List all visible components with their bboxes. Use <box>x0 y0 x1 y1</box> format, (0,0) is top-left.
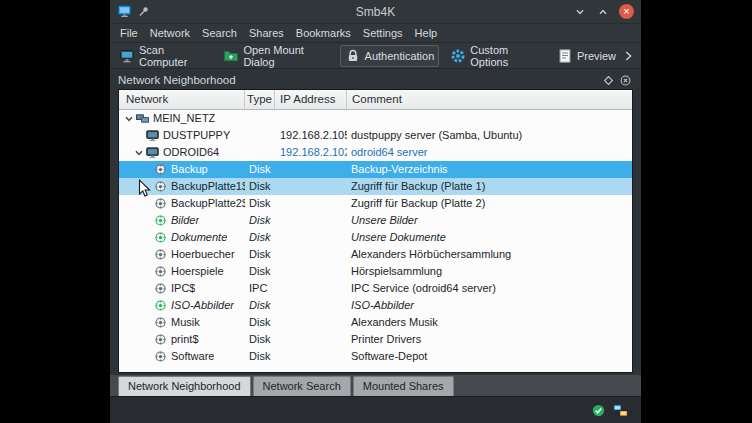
row-comment: Backup-Verzeichnis <box>347 161 632 178</box>
row-type: Disk <box>245 263 275 280</box>
table-row-mein-netz[interactable]: MEIN_NETZ <box>119 110 632 127</box>
scan-computer-label: Scan Computer <box>139 44 207 68</box>
share-icon <box>153 282 168 295</box>
share-icon <box>153 163 168 176</box>
table-row-print[interactable]: print$DiskPrinter Drivers <box>119 331 632 348</box>
row-ip <box>275 195 347 212</box>
scan-computer-button[interactable]: Scan Computer <box>114 41 212 71</box>
menu-search[interactable]: Search <box>196 27 243 39</box>
tab-mounted-shares[interactable]: Mounted Shares <box>353 376 454 396</box>
table-row-backup[interactable]: BackupDiskBackup-Verzeichnis <box>119 161 632 178</box>
maximize-button[interactable] <box>596 5 610 19</box>
row-ip <box>275 280 347 297</box>
row-type: Disk <box>245 212 275 229</box>
mounted-shares-indicator-icon <box>591 403 606 418</box>
share-icon <box>153 248 168 261</box>
row-type <box>245 127 275 144</box>
table-row-dokumente[interactable]: DokumenteDiskUnsere Dokumente <box>119 229 632 246</box>
menu-settings[interactable]: Settings <box>357 27 409 39</box>
pin-icon[interactable] <box>137 5 150 18</box>
table-row-ipc[interactable]: IPC$IPCIPC Service (odroid64 server) <box>119 280 632 297</box>
row-ip <box>275 178 347 195</box>
app-icon[interactable] <box>117 4 132 19</box>
table-row-odroid64[interactable]: ODROID64192.168.2.102odroid64 server <box>119 144 632 161</box>
share-icon <box>153 265 168 278</box>
network-browser: NetworkTypeIP AddressComment MEIN_NETZDU… <box>118 89 633 373</box>
row-ip <box>275 212 347 229</box>
lock-icon <box>345 48 361 64</box>
row-type: Disk <box>245 246 275 263</box>
dock-header: Network Neighborhood <box>118 71 633 89</box>
statusbar <box>110 396 641 423</box>
table-body: MEIN_NETZDUSTPUPPY192.168.2.105dustpuppy… <box>119 110 632 372</box>
row-name: Dokumente <box>171 229 227 246</box>
row-type <box>245 110 275 127</box>
mouse-cursor <box>138 179 152 199</box>
share-mounted-icon <box>153 231 168 244</box>
expander-icon[interactable] <box>133 148 145 158</box>
row-ip: 192.168.2.102 <box>275 144 347 161</box>
row-comment: Alexanders Musik <box>347 314 632 331</box>
column-header-network[interactable]: Network <box>119 90 245 109</box>
menu-file[interactable]: File <box>114 27 144 39</box>
row-name: print$ <box>171 331 199 348</box>
row-ip <box>275 263 347 280</box>
tab-network-search[interactable]: Network Search <box>253 376 351 396</box>
table-row-software[interactable]: SoftwareDiskSoftware-Depot <box>119 348 632 365</box>
menu-bookmarks[interactable]: Bookmarks <box>290 27 357 39</box>
table-row-dustpuppy[interactable]: DUSTPUPPY192.168.2.105dustpuppy server (… <box>119 127 632 144</box>
row-name: Hoerbuecher <box>171 246 235 263</box>
expander-icon[interactable] <box>123 114 135 124</box>
row-type: Disk <box>245 161 275 178</box>
row-comment: Zugriff für Backup (Platte 1) <box>347 178 632 195</box>
share-icon <box>153 180 168 193</box>
row-type: IPC <box>245 280 275 297</box>
custom-options-label: Custom Options <box>470 44 541 68</box>
row-comment: Zugriff für Backup (Platte 2) <box>347 195 632 212</box>
preview-label: Preview <box>577 50 616 62</box>
row-ip <box>275 348 347 365</box>
row-type: Disk <box>245 178 275 195</box>
dock-close-icon[interactable] <box>620 75 631 86</box>
open-mount-dialog-button[interactable]: Open Mount Dialog <box>218 41 333 71</box>
titlebar[interactable]: Smb4K × <box>110 0 641 24</box>
share-icon <box>153 350 168 363</box>
row-type: Disk <box>245 331 275 348</box>
table-row-hoerspiele[interactable]: HoerspieleDiskHörspielsammlung <box>119 263 632 280</box>
row-comment: Printer Drivers <box>347 331 632 348</box>
row-comment: dustpuppy server (Samba, Ubuntu) <box>347 127 632 144</box>
preview-button[interactable]: Preview <box>552 45 621 67</box>
gear-icon <box>450 48 466 64</box>
authentication-button[interactable]: Authentication <box>340 45 440 67</box>
row-ip <box>275 229 347 246</box>
row-ip <box>275 161 347 178</box>
menu-network[interactable]: Network <box>144 27 196 39</box>
column-header-comment[interactable]: Comment <box>347 90 632 109</box>
table-row-bilder[interactable]: BilderDiskUnsere Bilder <box>119 212 632 229</box>
row-type: Disk <box>245 348 275 365</box>
mount-icon <box>223 48 239 64</box>
workgroup-icon <box>135 111 150 126</box>
table-row-hoerbuecher[interactable]: HoerbuecherDiskAlexanders Hörbüchersamml… <box>119 246 632 263</box>
host-icon <box>145 145 160 160</box>
menu-shares[interactable]: Shares <box>243 27 290 39</box>
tab-network-neighborhood[interactable]: Network Neighborhood <box>118 376 251 396</box>
row-type: Disk <box>245 314 275 331</box>
column-header-type[interactable]: Type <box>245 90 275 109</box>
menu-help[interactable]: Help <box>409 27 444 39</box>
dock-float-icon[interactable] <box>603 75 614 86</box>
row-name: BackupPlatte1$ <box>171 178 245 195</box>
toolbar-overflow-button[interactable] <box>621 49 637 63</box>
row-comment: Unsere Bilder <box>347 212 632 229</box>
table-row-iso-abbilder[interactable]: ISO-AbbilderDiskISO-Abbilder <box>119 297 632 314</box>
table-row-backupplatte2[interactable]: BackupPlatte2$DiskZugriff für Backup (Pl… <box>119 195 632 212</box>
table-row-musik[interactable]: MusikDiskAlexanders Musik <box>119 314 632 331</box>
row-ip <box>275 246 347 263</box>
column-header-ip-address[interactable]: IP Address <box>275 90 347 109</box>
minimize-button[interactable] <box>573 5 587 19</box>
custom-options-button[interactable]: Custom Options <box>445 41 546 71</box>
close-button[interactable]: × <box>619 4 634 19</box>
toolbar-buttons: Scan ComputerOpen Mount DialogAuthentica… <box>114 41 621 71</box>
table-row-backupplatte1[interactable]: BackupPlatte1$DiskZugriff für Backup (Pl… <box>119 178 632 195</box>
row-name: IPC$ <box>171 280 195 297</box>
